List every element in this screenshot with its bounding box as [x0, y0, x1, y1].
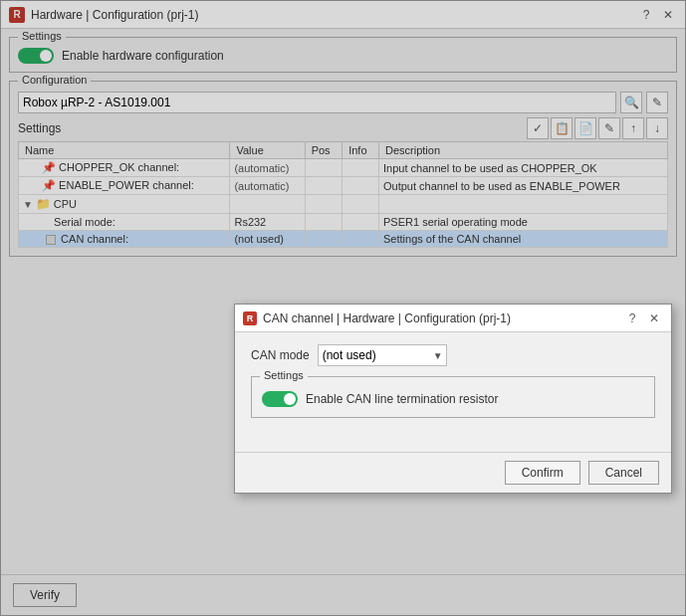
- can-termination-row: Enable CAN line termination resistor: [262, 391, 644, 407]
- modal-bottom: Confirm Cancel: [235, 452, 671, 493]
- modal-title-text: CAN channel | Hardware | Configuration (…: [263, 311, 511, 325]
- can-mode-label: CAN mode: [251, 348, 310, 362]
- modal-title-bar: R CAN channel | Hardware | Configuration…: [235, 305, 671, 332]
- modal-app-icon: R: [243, 311, 257, 325]
- can-termination-label: Enable CAN line termination resistor: [306, 392, 498, 406]
- modal-dialog: R CAN channel | Hardware | Configuration…: [234, 304, 672, 494]
- confirm-button[interactable]: Confirm: [505, 461, 580, 485]
- cancel-button[interactable]: Cancel: [588, 461, 659, 485]
- can-mode-select[interactable]: (not used) CAN 250k CAN 500k CAN 1M: [318, 344, 447, 366]
- can-mode-row: CAN mode (not used) CAN 250k CAN 500k CA…: [251, 344, 655, 366]
- modal-settings-group: Settings Enable CAN line termination res…: [251, 376, 655, 418]
- can-termination-toggle[interactable]: [262, 391, 298, 407]
- modal-content: CAN mode (not used) CAN 250k CAN 500k CA…: [235, 332, 671, 452]
- can-mode-select-wrapper: (not used) CAN 250k CAN 500k CAN 1M ▼: [318, 344, 447, 366]
- modal-help-button[interactable]: ?: [623, 309, 641, 327]
- modal-close-button[interactable]: ✕: [645, 309, 663, 327]
- modal-title-left: R CAN channel | Hardware | Configuration…: [243, 311, 511, 325]
- modal-title-controls: ? ✕: [623, 309, 663, 327]
- modal-settings-group-title: Settings: [260, 369, 308, 381]
